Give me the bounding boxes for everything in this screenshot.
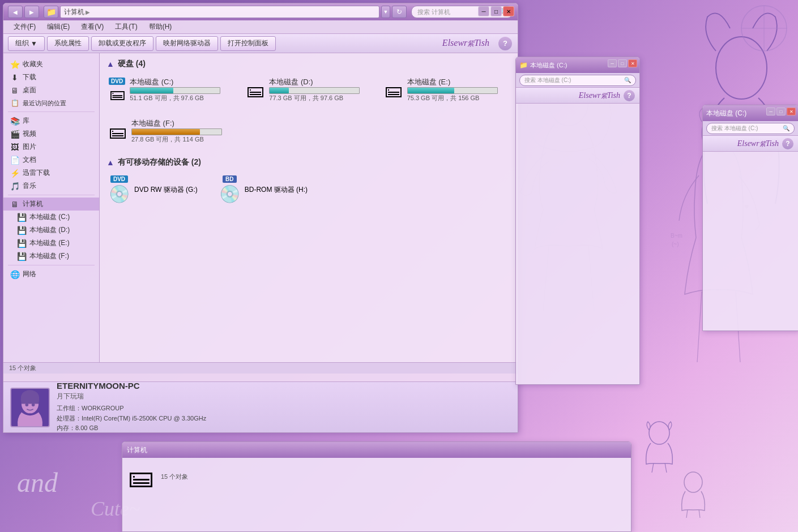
- svg-point-25: [32, 403, 35, 406]
- maximize-icon: □: [494, 8, 498, 15]
- second-maximize-button[interactable]: □: [618, 59, 627, 67]
- search-placeholder-text: 搜索 计算机: [417, 8, 450, 16]
- menu-help[interactable]: 帮助(H): [143, 21, 178, 33]
- third-maximize-button[interactable]: □: [776, 108, 786, 115]
- second-close-button[interactable]: ✕: [628, 59, 637, 67]
- drive-c-size: 51.1 GB 可用，共 97.6 GB: [130, 94, 220, 102]
- back-button[interactable]: ◀: [8, 6, 23, 18]
- folder-icon-btn[interactable]: 📁: [44, 6, 58, 18]
- refresh-icon: ↻: [396, 8, 402, 16]
- main-explorer-window: ◀ ▶ 📁 计算机 ▶ ▼ ↻ 搜索 计算机 🔍: [3, 3, 518, 433]
- sidebar-item-network[interactable]: 🌐 网络: [3, 268, 99, 281]
- dvd-drive-name: DVD RW 驱动器 (G:): [134, 185, 198, 195]
- drive-f-details: 本地磁盘 (F:) 27.8 GB 可用，共 114 GB: [131, 118, 222, 144]
- drive-e-details: 本地磁盘 (E:) 75.3 GB 可用，共 156 GB: [407, 77, 498, 102]
- toolbar-map-drive-btn[interactable]: 映射网络驱动器: [156, 36, 218, 51]
- address-bar[interactable]: 计算机 ▶: [60, 6, 379, 18]
- sidebar-item-disk-d[interactable]: 💾 本地磁盘 (D:): [3, 224, 99, 237]
- second-window-search-bar[interactable]: 搜索 本地磁盘 (C:) 🔍: [519, 75, 636, 86]
- maximize-button[interactable]: □: [490, 6, 502, 16]
- drive-c[interactable]: DVD 🖴 本地磁盘 (C:) 51.1 GB 可用，共 97.6 GB: [106, 75, 235, 105]
- bottom-status-text: 15 个对象: [161, 473, 188, 480]
- disk-e-icon: 💾: [17, 239, 26, 248]
- toolbar-organize-btn[interactable]: 组织 ▼: [8, 36, 45, 51]
- second-window-content: [516, 104, 639, 113]
- removable-section-triangle-icon: ▲: [106, 158, 114, 167]
- second-window-brand-bar: Elsewr紫Tish ?: [516, 88, 639, 104]
- menu-file[interactable]: 文件(F): [8, 21, 41, 33]
- drive-e[interactable]: 🖴 本地磁盘 (E:) 75.3 GB 可用，共 156 GB: [382, 75, 511, 105]
- uninstall-label: 卸载或更改程序: [99, 38, 146, 48]
- third-close-button[interactable]: ✕: [787, 108, 796, 115]
- disk-c-icon: 💾: [17, 213, 26, 222]
- second-window-brand: Elsewr紫Tish: [579, 91, 620, 100]
- bluray-drive[interactable]: BD 💿 BD-ROM 驱动器 (H:): [217, 173, 310, 206]
- drive-d[interactable]: 🖴 本地磁盘 (D:) 77.3 GB 可用，共 97.6 GB: [244, 75, 373, 105]
- sidebar-item-disk-e[interactable]: 💾 本地磁盘 (E:): [3, 237, 99, 250]
- sidebar-item-video[interactable]: 🎬 视频: [3, 127, 99, 140]
- third-window-title-text: 本地磁盘 (C:): [706, 109, 746, 118]
- sidebar-item-desktop[interactable]: 🖥 桌面: [3, 84, 99, 97]
- hard-disks-title: 硬盘 (4): [118, 59, 146, 69]
- drive-f[interactable]: 🖴 本地磁盘 (F:) 27.8 GB 可用，共 114 GB: [106, 116, 224, 146]
- computer-label: 计算机: [23, 199, 43, 209]
- disk-e-label: 本地磁盘 (E:): [29, 238, 70, 248]
- sidebar-section-favorites: ⭐ 收藏夹: [3, 58, 99, 71]
- sidebar-item-disk-c[interactable]: 💾 本地磁盘 (C:): [3, 211, 99, 224]
- desktop-icon: 🖥: [10, 86, 19, 95]
- svg-point-16: [649, 422, 669, 444]
- third-window-brand-bar: Elsewr紫Tish ?: [703, 136, 798, 152]
- music-icon: 🎵: [10, 182, 19, 191]
- recent-icon: 📋: [10, 98, 19, 108]
- sidebar-item-pictures[interactable]: 🖼 图片: [3, 140, 99, 153]
- sidebar-item-disk-f[interactable]: 💾 本地磁盘 (F:): [3, 250, 99, 263]
- address-dropdown-btn[interactable]: ▼: [381, 6, 390, 18]
- second-minimize-button[interactable]: ─: [608, 59, 617, 67]
- minimize-button[interactable]: ─: [478, 6, 489, 16]
- sidebar-section-library: 📚 库: [3, 114, 99, 127]
- close-icon: ✕: [506, 8, 511, 15]
- menu-view[interactable]: 查看(V): [75, 21, 109, 33]
- third-window-brand: Elsewr紫Tish: [737, 139, 779, 148]
- third-search-bar[interactable]: 搜索 本地磁盘 (C:) 🔍: [706, 123, 795, 134]
- sidebar-item-xunlei[interactable]: ⚡ 迅雷下载: [3, 166, 99, 179]
- second-window-search-area: 搜索 本地磁盘 (C:) 🔍: [516, 73, 639, 88]
- xunlei-icon: ⚡: [10, 169, 19, 178]
- content-area: ⭐ 收藏夹 ⬇ 下载 🖥 桌面 📋 最近访问的位置 📚 库 🎬: [3, 53, 518, 362]
- documents-icon: 📄: [10, 156, 19, 165]
- dvd-drive[interactable]: DVD 💿 DVD RW 驱动器 (G:): [106, 173, 200, 206]
- third-window-search-area: 搜索 本地磁盘 (C:) 🔍: [703, 121, 798, 136]
- drive-f-info: 🖴 本地磁盘 (F:) 27.8 GB 可用，共 114 GB: [109, 118, 222, 144]
- library-label: 库: [23, 116, 29, 126]
- close-button[interactable]: ✕: [503, 6, 514, 16]
- drive-c-bar: [130, 88, 173, 93]
- favorites-label: 收藏夹: [23, 59, 43, 69]
- computer-info-bar: ETERNITYMOON-PC 月下玩瑞 工作组：WORKGROUP 处理器：I…: [3, 381, 518, 432]
- pc-info: ETERNITYMOON-PC 月下玩瑞 工作组：WORKGROUP 处理器：I…: [57, 381, 511, 433]
- forward-arrow-icon: ▶: [29, 9, 34, 15]
- toolbar-control-panel-btn[interactable]: 打开控制面板: [220, 36, 276, 51]
- pc-name: ETERNITYMOON-PC: [57, 381, 511, 391]
- sidebar-section-computer[interactable]: 🖥 计算机: [3, 198, 99, 211]
- third-window-help-btn[interactable]: ?: [782, 138, 793, 149]
- refresh-button[interactable]: ↻: [392, 6, 407, 18]
- bluray-drive-name: BD-ROM 驱动器 (H:): [245, 185, 308, 195]
- forward-button[interactable]: ▶: [24, 6, 39, 18]
- menu-edit[interactable]: 编辑(E): [41, 21, 75, 33]
- sidebar-item-music[interactable]: 🎵 音乐: [3, 179, 99, 192]
- drive-d-size: 77.3 GB 可用，共 97.6 GB: [269, 94, 360, 102]
- sidebar-item-download[interactable]: ⬇ 下载: [3, 71, 99, 84]
- sidebar-item-documents[interactable]: 📄 文档: [3, 153, 99, 166]
- help-button[interactable]: ?: [498, 37, 512, 50]
- map-drive-label: 映射网络驱动器: [163, 38, 211, 48]
- toolbar-uninstall-btn[interactable]: 卸载或更改程序: [91, 36, 153, 51]
- drive-grid: DVD 🖴 本地磁盘 (C:) 51.1 GB 可用，共 97.6 GB: [106, 75, 511, 105]
- window-controls: ─ □ ✕: [478, 6, 514, 16]
- second-window-help-btn[interactable]: ?: [624, 90, 635, 101]
- toolbar-system-properties-btn[interactable]: 系统属性: [47, 36, 89, 51]
- bottom-disk-icon-container[interactable]: 🖴: [128, 464, 154, 490]
- disk-c-label: 本地磁盘 (C:): [29, 212, 70, 222]
- menu-tools[interactable]: 工具(T): [109, 21, 143, 33]
- sidebar-item-recent[interactable]: 📋 最近访问的位置: [3, 97, 99, 109]
- third-minimize-button[interactable]: ─: [766, 108, 775, 115]
